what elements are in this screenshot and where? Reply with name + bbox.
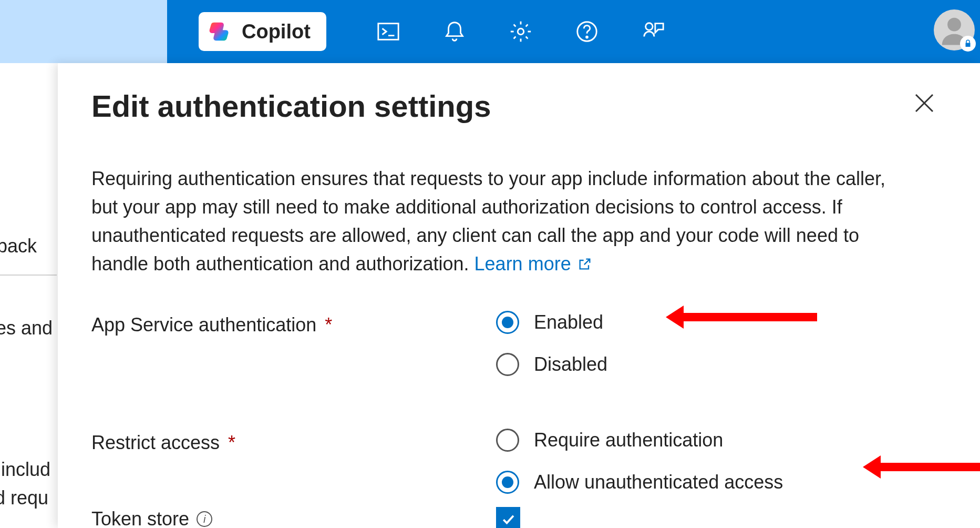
copilot-icon — [208, 19, 232, 44]
radio-icon — [496, 353, 519, 376]
bg-fragment: d requ — [0, 485, 48, 511]
cloud-shell-icon[interactable] — [376, 19, 400, 44]
svg-rect-0 — [378, 24, 398, 40]
label-text: App Service authentication — [91, 314, 316, 336]
label-text: Token store — [91, 508, 189, 528]
radio-disabled[interactable]: Disabled — [496, 353, 607, 376]
underlying-page: back ties and includ d requ — [0, 63, 58, 528]
radio-label: Disabled — [534, 353, 607, 375]
radio-require-auth[interactable]: Require authentication — [496, 429, 783, 452]
copilot-label: Copilot — [242, 21, 311, 43]
field-options: Require authentication Allow unauthentic… — [496, 429, 783, 494]
svg-point-3 — [586, 36, 587, 38]
learn-more-label: Learn more — [474, 250, 571, 278]
radio-icon — [496, 429, 519, 452]
field-restrict-access: Restrict access * Require authentication… — [91, 429, 946, 494]
radio-enabled[interactable]: Enabled — [496, 311, 607, 334]
radio-label: Allow unauthenticated access — [534, 471, 783, 493]
field-label: Restrict access * — [91, 429, 496, 454]
annotation-arrow — [680, 313, 817, 321]
svg-point-5 — [947, 18, 961, 32]
portal-header: Copilot — [0, 0, 980, 63]
radio-allow-unauth[interactable]: Allow unauthenticated access — [496, 471, 783, 494]
field-token-store: Token store i — [91, 507, 932, 528]
form-area: App Service authentication * Enabled Dis… — [91, 311, 946, 494]
bg-fragment: includ — [1, 457, 50, 483]
required-indicator: * — [228, 432, 235, 453]
field-label: Token store i — [91, 508, 496, 528]
edit-auth-settings-panel: Edit authentication settings Requiring a… — [58, 63, 980, 528]
bg-fragment: ties and — [0, 316, 53, 341]
learn-more-link[interactable]: Learn more — [474, 250, 592, 278]
info-icon[interactable]: i — [197, 511, 212, 527]
radio-icon — [496, 311, 519, 334]
svg-point-1 — [518, 28, 524, 35]
lock-icon — [960, 36, 976, 52]
radio-label: Enabled — [534, 311, 603, 333]
external-link-icon — [577, 257, 592, 271]
settings-icon[interactable] — [509, 19, 533, 44]
required-indicator: * — [325, 314, 332, 336]
field-options: Enabled Disabled — [496, 311, 607, 376]
bg-divider — [0, 275, 57, 276]
panel-title: Edit authentication settings — [91, 88, 946, 124]
field-app-service-auth: App Service authentication * Enabled Dis… — [91, 311, 946, 376]
annotation-arrow — [878, 463, 980, 471]
help-icon[interactable] — [575, 19, 599, 44]
svg-point-4 — [645, 23, 652, 30]
header-icon-group — [376, 19, 665, 44]
radio-label: Require authentication — [534, 429, 723, 451]
feedback-icon[interactable] — [641, 19, 665, 44]
notifications-icon[interactable] — [442, 19, 467, 44]
radio-icon — [496, 471, 519, 494]
bg-fragment: back — [0, 233, 37, 259]
header-search-placeholder[interactable] — [0, 0, 167, 63]
panel-description: Requiring authentication ensures that re… — [91, 165, 911, 278]
field-label: App Service authentication * — [91, 311, 496, 336]
label-text: Restrict access — [91, 432, 220, 453]
account-avatar[interactable] — [934, 9, 975, 50]
copilot-button[interactable]: Copilot — [199, 12, 326, 51]
token-store-checkbox[interactable] — [496, 507, 520, 528]
close-button[interactable] — [912, 90, 937, 116]
